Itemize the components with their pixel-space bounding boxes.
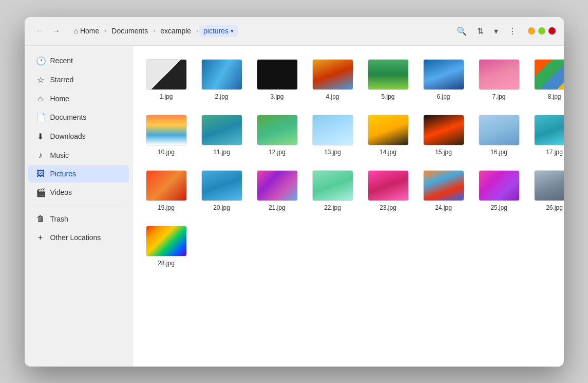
file-name-28: 28.jpg xyxy=(158,260,175,267)
minimize-button[interactable] xyxy=(528,27,535,34)
file-item-11[interactable]: 11.jpg xyxy=(198,112,245,159)
window-controls xyxy=(528,27,556,34)
file-item-4[interactable]: 4.jpg xyxy=(309,56,356,103)
close-button[interactable] xyxy=(548,27,556,34)
file-thumb-2 xyxy=(201,59,242,90)
search-button[interactable]: 🔍 xyxy=(453,23,470,39)
file-item-22[interactable]: 22.jpg xyxy=(309,167,356,214)
file-item-19[interactable]: 19.jpg xyxy=(143,167,190,214)
file-manager-window: ← → ⌂ Home › Documents › excample › pict… xyxy=(25,17,564,367)
sidebar-item-starred[interactable]: ☆ Starred xyxy=(28,71,129,89)
file-thumb-24 xyxy=(423,170,464,201)
file-item-1[interactable]: 1.jpg xyxy=(143,56,190,103)
breadcrumb-sep-2: › xyxy=(153,27,155,34)
sort-button[interactable]: ⇅ xyxy=(474,23,487,39)
file-name-23: 23.jpg xyxy=(380,204,396,211)
sidebar-item-starred-label: Starred xyxy=(50,76,74,84)
breadcrumb: ⌂ Home › Documents › excample › pictures… xyxy=(70,25,447,37)
breadcrumb-home[interactable]: ⌂ Home xyxy=(70,25,104,37)
back-button[interactable]: ← xyxy=(33,25,47,37)
file-item-16[interactable]: 16.jpg xyxy=(476,112,523,159)
file-name-20: 20.jpg xyxy=(213,204,230,211)
maximize-button[interactable] xyxy=(538,27,545,34)
file-item-23[interactable]: 23.jpg xyxy=(365,167,412,214)
sidebar-item-downloads[interactable]: ⬇ Downloads xyxy=(28,127,129,145)
file-name-3: 3.jpg xyxy=(270,93,283,100)
file-item-14[interactable]: 14.jpg xyxy=(365,112,412,159)
sidebar-item-recent-label: Recent xyxy=(50,57,73,65)
sidebar-item-pictures-label: Pictures xyxy=(50,170,77,178)
file-item-28[interactable]: 28.jpg xyxy=(143,223,190,270)
breadcrumb-documents[interactable]: Documents xyxy=(107,25,152,37)
file-thumb-13 xyxy=(312,115,353,145)
file-thumb-17 xyxy=(534,115,564,145)
breadcrumb-dropdown-icon: ▾ xyxy=(231,28,234,34)
file-name-24: 24.jpg xyxy=(435,204,452,211)
file-item-3[interactable]: 3.jpg xyxy=(254,56,301,103)
sidebar-item-music[interactable]: ♪ Music xyxy=(28,147,129,164)
breadcrumb-sep-3: › xyxy=(196,27,198,34)
sidebar-item-trash[interactable]: 🗑 Trash xyxy=(28,210,129,228)
sort-icon: ⇅ xyxy=(477,27,484,35)
file-name-8: 8.jpg xyxy=(547,93,561,100)
sidebar-item-recent[interactable]: 🕐 Recent xyxy=(28,52,129,70)
pictures-icon: 🖼 xyxy=(36,169,45,178)
file-item-15[interactable]: 15.jpg xyxy=(420,112,467,159)
file-item-24[interactable]: 24.jpg xyxy=(420,167,467,214)
file-thumb-1 xyxy=(146,59,187,90)
downloads-icon: ⬇ xyxy=(36,132,45,141)
nav-arrows: ← → xyxy=(33,25,64,37)
file-name-15: 15.jpg xyxy=(435,149,452,156)
file-thumb-25 xyxy=(479,170,520,201)
file-item-17[interactable]: 17.jpg xyxy=(531,112,564,159)
sidebar-item-pictures[interactable]: 🖼 Pictures xyxy=(28,165,129,183)
recent-icon: 🕐 xyxy=(36,56,45,66)
breadcrumb-excample-label: excample xyxy=(160,27,191,35)
file-thumb-8 xyxy=(534,59,564,90)
sidebar-item-music-label: Music xyxy=(50,151,69,159)
sidebar-item-other-locations-label: Other Locations xyxy=(50,233,101,242)
breadcrumb-pictures[interactable]: pictures ▾ xyxy=(199,25,238,37)
file-item-21[interactable]: 21.jpg xyxy=(254,167,301,214)
file-thumb-23 xyxy=(368,170,409,201)
file-item-6[interactable]: 6.jpg xyxy=(420,56,467,103)
file-name-12: 12.jpg xyxy=(269,149,286,156)
home-sidebar-icon: ⌂ xyxy=(36,94,45,103)
file-item-20[interactable]: 20.jpg xyxy=(198,167,245,214)
sidebar-item-videos[interactable]: 🎬 Videos xyxy=(28,184,129,202)
file-item-12[interactable]: 12.jpg xyxy=(254,112,301,159)
file-item-5[interactable]: 5.jpg xyxy=(365,56,412,103)
sidebar-item-home[interactable]: ⌂ Home xyxy=(28,90,129,107)
titlebar: ← → ⌂ Home › Documents › excample › pict… xyxy=(25,17,564,46)
menu-button[interactable]: ⋮ xyxy=(505,23,520,39)
file-name-7: 7.jpg xyxy=(492,93,505,100)
file-name-11: 11.jpg xyxy=(213,149,230,156)
file-thumb-16 xyxy=(479,115,520,145)
file-name-14: 14.jpg xyxy=(380,149,396,156)
file-item-2[interactable]: 2.jpg xyxy=(198,56,245,103)
sidebar-item-trash-label: Trash xyxy=(50,215,68,223)
file-item-26[interactable]: 26.jpg xyxy=(531,167,564,214)
sidebar: 🕐 Recent ☆ Starred ⌂ Home 📄 Documents ⬇ … xyxy=(25,46,132,367)
file-item-25[interactable]: 25.jpg xyxy=(476,167,523,214)
file-thumb-7 xyxy=(479,59,520,90)
sidebar-item-documents[interactable]: 📄 Documents xyxy=(28,108,129,126)
view-button[interactable]: ▾ xyxy=(491,23,501,39)
starred-icon: ☆ xyxy=(36,75,45,85)
file-item-8[interactable]: 8.jpg xyxy=(531,56,564,103)
sidebar-item-videos-label: Videos xyxy=(50,188,72,196)
breadcrumb-excample[interactable]: excample xyxy=(156,25,195,37)
videos-icon: 🎬 xyxy=(36,188,45,197)
sidebar-item-other-locations[interactable]: + Other Locations xyxy=(28,229,129,246)
file-thumb-20 xyxy=(201,170,242,201)
content-area: 🕐 Recent ☆ Starred ⌂ Home 📄 Documents ⬇ … xyxy=(25,46,564,367)
forward-button[interactable]: → xyxy=(49,25,64,37)
file-item-13[interactable]: 13.jpg xyxy=(309,112,356,159)
file-name-25: 25.jpg xyxy=(490,204,507,211)
file-item-7[interactable]: 7.jpg xyxy=(476,56,523,103)
home-icon: ⌂ xyxy=(74,27,78,35)
header-actions: 🔍 ⇅ ▾ ⋮ xyxy=(453,23,556,39)
file-thumb-26 xyxy=(534,170,564,201)
file-thumb-5 xyxy=(368,59,409,90)
file-item-10[interactable]: 10.jpg xyxy=(143,112,190,159)
